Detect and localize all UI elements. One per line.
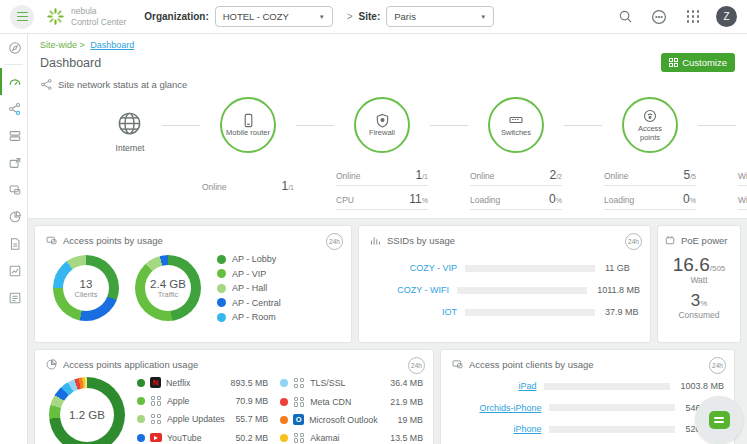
breadcrumb-site-wide[interactable]: Site-wide >	[40, 40, 85, 50]
client-link[interactable]: iPad	[451, 381, 536, 391]
client-row: Orchids-iPhone 546.2 MB	[451, 403, 724, 413]
chevron-down-icon: ▼	[480, 14, 486, 20]
switches-circle[interactable]: Switches	[488, 97, 544, 153]
sidebar-item-analytics[interactable]	[0, 257, 27, 284]
report-document-icon	[8, 237, 22, 251]
bar-track	[549, 426, 675, 433]
poe-consumed-label: Consumed	[664, 310, 734, 320]
organization-label: Organization:	[144, 11, 208, 22]
ellipsis-circle-icon	[651, 9, 667, 25]
status-node-switches: Switches Online2/2 Loading0%	[468, 97, 564, 210]
client-link[interactable]: Orchids-iPhone	[451, 403, 541, 413]
client-row: iPad 1003.8 MB	[451, 381, 724, 391]
card-title: Access point clients by usage	[469, 359, 594, 370]
network-status-header: Site network status at a glance	[40, 78, 735, 91]
clients-monitor-icon	[8, 183, 22, 197]
user-avatar[interactable]: Z	[716, 6, 737, 27]
sidebar-item-dashboard[interactable]	[0, 68, 27, 95]
generic-app-icon	[293, 377, 305, 389]
client-link[interactable]: iPhone	[451, 424, 541, 434]
time-range-badge[interactable]: 24h	[625, 233, 642, 250]
client-row: iPhone 520.4 MB	[451, 424, 724, 434]
sidebar-item-topology[interactable]	[0, 95, 27, 122]
topology-icon	[8, 102, 22, 116]
time-range-badge[interactable]: 24h	[408, 357, 425, 374]
poe-watt-total: /505	[710, 264, 726, 273]
access-points-by-usage-card: Access points by usage 24h 13 Clients 2.…	[34, 225, 352, 343]
legend-item: AP - VIP	[217, 269, 281, 279]
flow-connector	[564, 125, 602, 126]
site-label: Site:	[359, 11, 381, 22]
access-points-circle[interactable]: Access points	[622, 97, 678, 153]
application-legend-col-2: TLS/SSL36.4 MB Meta CDN21.9 MB O Microso…	[280, 377, 423, 444]
network-status-flow: Internet Mobile router Online1/1	[40, 97, 735, 210]
site-group: Site: Paris ▼	[359, 6, 495, 27]
chat-icon	[709, 411, 730, 429]
access-point-small-icon	[45, 234, 58, 247]
donut-value: 13	[80, 278, 93, 290]
switch-icon	[508, 112, 524, 128]
ssid-row: IOT 37.9 MB	[369, 307, 640, 317]
apps-menu-button[interactable]	[680, 4, 706, 30]
flow-connector	[296, 125, 334, 126]
time-range-badge[interactable]: 24h	[326, 233, 343, 250]
breadcrumb-dashboard-link[interactable]: Dashboard	[90, 40, 134, 50]
search-button[interactable]	[612, 4, 638, 30]
app-row: Meta CDN21.9 MB	[280, 396, 423, 408]
generic-app-icon	[150, 413, 162, 425]
organization-select[interactable]: HOTEL - COZY ▼	[215, 6, 333, 27]
network-status-title: Site network status at a glance	[58, 79, 187, 90]
mobile-router-icon	[241, 113, 256, 128]
sidebar-item-summary[interactable]	[0, 203, 27, 230]
pie-chart-icon	[8, 210, 22, 224]
generic-app-icon	[150, 395, 162, 407]
site-value: Paris	[394, 11, 416, 22]
left-sidebar	[0, 34, 28, 444]
menu-toggle-button[interactable]	[10, 5, 34, 29]
firewall-stats: Online1/1 CPU11%	[336, 162, 428, 210]
bar-track	[465, 265, 595, 272]
sidebar-item-site-navigation[interactable]	[0, 34, 27, 61]
ssid-link[interactable]: COZY - WIFI	[369, 285, 449, 295]
client-value: 1003.8 MB	[680, 381, 724, 391]
clients-by-usage-card: Access point clients by usage 24h iPad 1…	[440, 349, 735, 444]
generic-app-icon	[293, 396, 305, 408]
ssid-bars: COZY - VIP 11 GB COZY - WIFI 1011.8 MB I…	[369, 263, 640, 317]
sidebar-item-reports[interactable]	[0, 230, 27, 257]
card-title: SSIDs by usage	[387, 235, 455, 246]
app-row: TLS/SSL36.4 MB	[280, 377, 423, 389]
sidebar-item-clients[interactable]	[0, 176, 27, 203]
more-options-button[interactable]	[646, 4, 672, 30]
apps-grid-icon	[687, 10, 700, 23]
mobile-router-circle[interactable]: Mobile router	[220, 97, 276, 153]
flow-connector	[430, 125, 468, 126]
customize-button[interactable]: Customize	[661, 53, 735, 72]
time-range-badge[interactable]: 24h	[709, 357, 726, 374]
ap-legend: AP - Lobby AP - VIP AP - Hall AP - Centr…	[217, 254, 281, 322]
app-row: Apple Updates55.7 MB	[137, 413, 268, 425]
app-row: YouTube50.2 MB	[137, 432, 268, 444]
card-title: Access points application usage	[63, 359, 198, 370]
clients-stats: Wireless8 Wired25	[738, 162, 747, 210]
mobile-router-stats: Online1/1	[202, 173, 294, 196]
site-select[interactable]: Paris ▼	[386, 6, 494, 27]
flow-connector	[162, 125, 200, 126]
chat-support-button[interactable]	[695, 396, 743, 444]
organization-group: Organization: HOTEL - COZY ▼	[144, 6, 332, 27]
poe-watt-value: 16.6	[673, 254, 710, 275]
sidebar-item-map[interactable]	[0, 149, 27, 176]
dashboard-gauge-icon	[8, 75, 22, 89]
ssid-link[interactable]: COZY - VIP	[369, 263, 457, 273]
client-devices-small-icon	[451, 358, 464, 371]
nebula-logo: nebula Control Center	[46, 6, 126, 26]
list-icon	[8, 291, 22, 305]
generic-app-icon	[293, 432, 305, 444]
firewall-circle[interactable]: Firewall	[354, 97, 410, 153]
ssid-link[interactable]: IOT	[369, 307, 457, 317]
sidebar-item-devices[interactable]	[0, 122, 27, 149]
breadcrumb: Site-wide > Dashboard	[40, 40, 735, 50]
map-export-icon	[8, 156, 22, 170]
donut-value: 1.2 GB	[69, 409, 105, 421]
sidebar-item-logs[interactable]	[0, 284, 27, 311]
legend-item: AP - Central	[217, 298, 281, 308]
